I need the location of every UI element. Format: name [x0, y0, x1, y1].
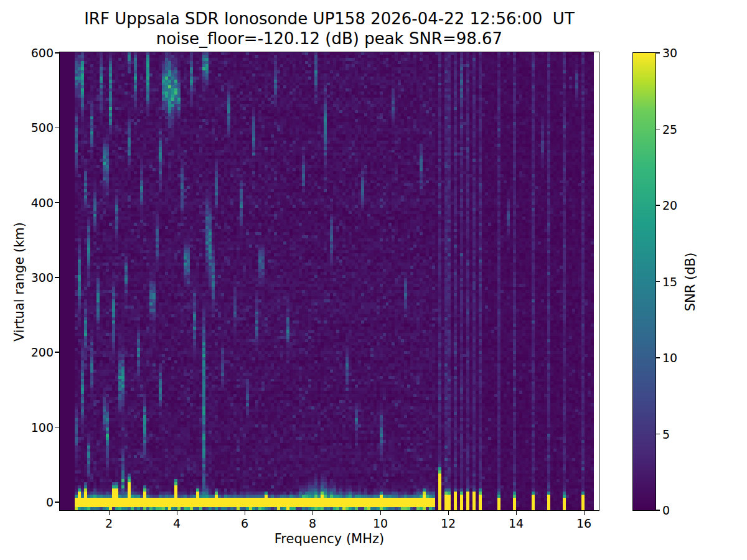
x-tick-mark [380, 511, 382, 515]
y-tick-label: 200 [25, 345, 54, 359]
colorbar-tick-label: 25 [662, 123, 677, 136]
x-tick-mark [448, 511, 449, 515]
y-tick-mark [55, 352, 59, 353]
colorbar-tick-label: 10 [662, 351, 677, 365]
chart-title: IRF Uppsala SDR Ionosonde UP158 2026-04-… [60, 9, 599, 49]
x-tick-label: 14 [509, 516, 524, 530]
x-tick-label: 16 [576, 516, 591, 530]
y-tick-mark [55, 202, 59, 203]
colorbar-tick-mark [656, 434, 660, 435]
colorbar-tick-label: 15 [662, 275, 677, 289]
x-tick-label: 8 [309, 516, 316, 530]
y-tick-label: 300 [25, 271, 54, 284]
y-tick-label: 400 [25, 196, 54, 210]
x-tick-mark [177, 511, 178, 515]
colorbar-tick-label: 0 [662, 503, 670, 517]
colorbar-tick-mark [656, 129, 660, 130]
heatmap-canvas [60, 52, 599, 510]
y-tick-mark [55, 52, 59, 54]
colorbar-tick-label: 20 [662, 198, 677, 212]
colorbar-tick-mark [656, 281, 660, 282]
colorbar [633, 53, 655, 510]
x-tick-label: 10 [373, 516, 388, 530]
colorbar-label: SNR (dB) [683, 189, 699, 375]
colorbar-tick-label: 5 [662, 427, 670, 441]
y-tick-label: 600 [25, 46, 54, 60]
chart-title-line-1: IRF Uppsala SDR Ionosonde UP158 2026-04-… [60, 9, 599, 29]
colorbar-tick-mark [656, 357, 660, 358]
y-tick-mark [55, 277, 59, 278]
x-tick-mark [245, 511, 246, 515]
colorbar-tick-mark [656, 205, 660, 206]
colorbar-tick-label: 30 [662, 46, 677, 60]
plot-area [60, 52, 599, 510]
x-tick-label: 2 [105, 516, 113, 530]
x-tick-label: 4 [173, 516, 181, 530]
x-tick-mark [584, 511, 585, 515]
colorbar-canvas [633, 53, 655, 510]
x-tick-mark [516, 511, 517, 515]
y-tick-label: 100 [25, 421, 54, 434]
chart-title-line-2: noise_floor=-120.12 (dB) peak SNR=98.67 [60, 29, 599, 49]
x-tick-label: 12 [441, 516, 456, 530]
y-tick-mark [55, 427, 59, 428]
ionogram-figure: IRF Uppsala SDR Ionosonde UP158 2026-04-… [0, 0, 747, 560]
y-tick-mark [55, 128, 59, 129]
x-tick-label: 6 [241, 516, 248, 530]
y-tick-label: 0 [25, 495, 54, 509]
x-tick-mark [312, 511, 314, 515]
x-tick-mark [109, 511, 110, 515]
x-axis-label: Frequency (MHz) [60, 531, 599, 546]
colorbar-tick-mark [656, 510, 660, 511]
y-tick-mark [55, 502, 59, 503]
colorbar-tick-mark [656, 52, 660, 54]
y-tick-label: 500 [25, 121, 54, 134]
